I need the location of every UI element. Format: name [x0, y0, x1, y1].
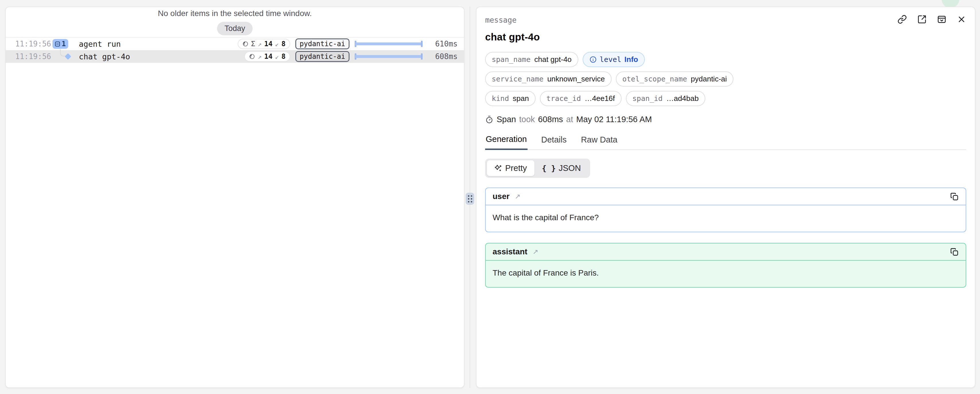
message-content: What is the capital of France? [486, 205, 966, 232]
tree-cell [52, 50, 77, 63]
row-metrics: Σ ↗ 14 ↙ 8 pydantic-ai 610ms [238, 38, 458, 49]
span-title: chat gpt-4o [485, 31, 966, 43]
tokens-out-icon: ↙ [275, 40, 279, 48]
span-detail-panel: message [476, 6, 975, 388]
copy-message-button[interactable] [950, 192, 959, 201]
span-label: agent run [79, 40, 121, 48]
dock-bottom-icon [937, 14, 947, 24]
braces-icon: { } [542, 164, 556, 173]
span-duration: 610ms [428, 40, 458, 48]
trace-row-chat-gpt-4o[interactable]: 11:19:56 chat gpt-4o ↗ 14 ↙ 8 pydantic-a… [6, 50, 464, 63]
sdk-tag: pydantic-ai [295, 38, 350, 49]
tokens-in-count: 14 [264, 52, 272, 60]
info-icon [590, 56, 597, 63]
expand-message-button[interactable]: ↗ [531, 248, 540, 256]
sdk-tag: pydantic-ai [295, 51, 350, 62]
tab-details[interactable]: Details [541, 135, 567, 149]
arrow-up-right-icon: ↗ [515, 192, 520, 200]
view-mode-toggle: Pretty { } JSON [485, 159, 590, 178]
json-view-button[interactable]: { } JSON [535, 160, 589, 176]
copy-icon [950, 192, 959, 201]
span-diamond-icon [65, 53, 72, 60]
detail-header: message [485, 14, 966, 24]
pretty-label: Pretty [505, 164, 527, 173]
collapse-badge[interactable]: 1 [52, 39, 68, 49]
message-role: user [493, 192, 509, 201]
copy-link-button[interactable] [897, 14, 907, 24]
tokens-out-icon: ↙ [275, 53, 279, 60]
timing-span-word: Span [496, 115, 516, 124]
trace-list-panel: No older items in the selected time wind… [5, 6, 465, 388]
sum-icon: Σ [251, 40, 255, 48]
attr-span-name: span_name chat gpt-4o [485, 52, 578, 67]
time-window-header: No older items in the selected time wind… [6, 7, 464, 38]
token-usage-pill: Σ ↗ 14 ↙ 8 [238, 39, 290, 49]
tokens-in-icon: ↗ [258, 53, 261, 60]
external-link-icon [917, 14, 927, 24]
dock-panel-button[interactable] [937, 14, 947, 24]
today-button[interactable]: Today [217, 22, 253, 35]
span-duration: 608ms [428, 52, 458, 61]
tree-connector-line [60, 49, 66, 57]
timing-took-word: took [519, 115, 535, 124]
timeline-bar [355, 40, 423, 48]
message-content: The capital of France is Paris. [486, 261, 966, 287]
token-usage-pill: ↗ 14 ↙ 8 [244, 51, 290, 62]
tokens-out-count: 8 [282, 52, 286, 60]
attr-otel-scope-name: otel_scope_name pydantic-ai [616, 71, 734, 87]
detail-actions [897, 14, 966, 24]
expand-message-button[interactable]: ↗ [513, 192, 522, 201]
level-badge: level Info [582, 52, 645, 67]
open-in-new-button[interactable] [917, 14, 927, 24]
timeline-bar [355, 52, 423, 60]
sparkles-icon [494, 164, 502, 172]
timing-at-word: at [566, 115, 573, 124]
grip-dots-icon [468, 195, 472, 202]
span-label: chat gpt-4o [79, 52, 130, 61]
tab-raw-data[interactable]: Raw Data [580, 135, 618, 149]
user-message-card: user ↗ What is the capital of France? [485, 187, 966, 232]
message-header: assistant ↗ [486, 243, 966, 261]
copy-message-button[interactable] [950, 248, 959, 256]
span-timing: Span took 608ms at May 02 11:19:56 AM [485, 115, 966, 124]
row-timestamp: 11:19:56 [15, 52, 52, 61]
attr-span-id: span_id …ad4bab [626, 91, 705, 106]
square-minus-icon [54, 41, 60, 47]
message-header: user ↗ [486, 188, 966, 205]
attr-kind: kind span [485, 91, 536, 106]
coin-icon [249, 53, 255, 60]
trace-viewer-screen: No older items in the selected time wind… [0, 0, 980, 394]
copy-icon [950, 248, 959, 256]
pretty-view-button[interactable]: Pretty [487, 160, 535, 176]
assistant-message-card: assistant ↗ The capital of France is Par… [485, 243, 966, 288]
arrow-up-right-icon: ↗ [533, 248, 538, 256]
trace-row-agent-run[interactable]: 11:19:56 1 agent run Σ ↗ 14 [6, 38, 464, 50]
tokens-out-count: 8 [282, 40, 286, 48]
child-count: 1 [62, 40, 66, 48]
tab-generation[interactable]: Generation [485, 135, 528, 150]
json-label: JSON [559, 164, 581, 173]
tokens-in-count: 14 [264, 40, 272, 48]
timing-timestamp: May 02 11:19:56 AM [576, 115, 652, 124]
attr-trace-id: trace_id …4ee16f [540, 91, 622, 106]
stopwatch-icon [485, 115, 493, 124]
empty-notice: No older items in the selected time wind… [158, 9, 312, 18]
coin-icon [242, 41, 248, 47]
tree-cell: 1 [52, 38, 77, 50]
attribute-badges: span_name chat gpt-4o level Info service… [485, 52, 966, 106]
message-role: assistant [493, 247, 527, 256]
link-icon [897, 14, 907, 24]
row-metrics: ↗ 14 ↙ 8 pydantic-ai 608ms [244, 51, 458, 62]
attr-service-name: service_name unknown_service [485, 71, 612, 87]
close-panel-button[interactable] [957, 14, 966, 24]
close-icon [957, 14, 966, 24]
detail-tabs: Generation Details Raw Data [485, 135, 966, 150]
tokens-in-icon: ↗ [258, 40, 261, 48]
span-kind-label: message [485, 14, 517, 24]
message-list: user ↗ What is the capital of France? as… [485, 187, 966, 288]
row-timestamp: 11:19:56 [15, 40, 52, 48]
timing-duration: 608ms [538, 115, 563, 124]
panel-resize-handle[interactable] [466, 193, 474, 205]
